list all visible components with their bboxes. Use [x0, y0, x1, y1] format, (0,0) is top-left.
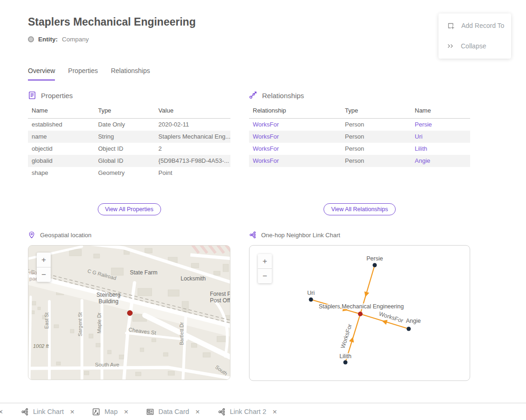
- relationship-link[interactable]: WorksFor: [249, 131, 341, 143]
- prop-name: objectid: [28, 143, 94, 155]
- link-chart-icon: [249, 231, 256, 239]
- rel-type: Person: [341, 131, 411, 143]
- tab-relationships[interactable]: Relationships: [111, 67, 150, 80]
- menu-item-label: Collapse: [461, 42, 486, 50]
- link-chart-view[interactable]: WorksFor WorksFor Persie Uri Staplers Me…: [249, 245, 470, 381]
- prop-value: 2020-02-11: [155, 119, 230, 131]
- link-chart-section: One-hop Neighbor Link Chart WorksFor Wor…: [249, 231, 470, 381]
- bottom-tab-label: Map: [104, 408, 117, 415]
- close-icon[interactable]: ✕: [272, 408, 277, 415]
- rel-name-link[interactable]: Angie: [411, 155, 470, 167]
- context-menu: Add Record To Collapse: [438, 13, 511, 59]
- prop-name: name: [28, 131, 94, 143]
- bottom-tab-link-chart[interactable]: Link Chart ✕: [21, 408, 75, 416]
- menu-item-collapse[interactable]: Collapse: [438, 36, 511, 56]
- bottom-tab-label: Data Card: [158, 408, 189, 415]
- properties-section: Properties Name Type Value established D…: [28, 91, 230, 179]
- node-label-angie: Angie: [406, 318, 421, 324]
- map-zoom-control: + −: [37, 253, 51, 282]
- node-label-center: Staplers Mechanical Engineering: [319, 303, 404, 310]
- map-view[interactable]: rbourpaedics C G Railroad State Farm Loc…: [28, 245, 230, 380]
- map-label-east-st: East St: [44, 313, 50, 329]
- bottom-tab-data-card[interactable]: Data Card ✕: [146, 408, 200, 416]
- table-row: established Date Only 2020-02-11: [28, 119, 230, 131]
- entity-location-marker: [128, 311, 133, 316]
- col-header-type: Type: [94, 106, 155, 119]
- map-pin-icon: [28, 231, 35, 239]
- close-icon[interactable]: ✕: [0, 408, 3, 415]
- map-label-steinberg: Steinberg Building: [92, 292, 125, 305]
- data-card-icon: [146, 408, 154, 416]
- table-row: WorksFor Person Persie: [249, 119, 470, 131]
- tab-overview[interactable]: Overview: [28, 67, 55, 80]
- table-row: WorksFor Person Angie: [249, 155, 470, 167]
- map-scale-label: 1002 ft: [33, 343, 49, 349]
- prop-name: globalid: [28, 155, 94, 167]
- add-record-icon: [447, 22, 455, 30]
- prop-name: shape: [28, 167, 94, 179]
- bottom-tab-bar: ✕ Link Chart ✕ Map ✕ Data Card ✕: [0, 403, 526, 420]
- zoom-out-button[interactable]: −: [258, 269, 272, 283]
- prop-value: 2: [155, 143, 230, 155]
- bottom-tab-link-chart-2[interactable]: Link Chart 2 ✕: [218, 408, 277, 416]
- rel-name-link[interactable]: Uri: [411, 131, 470, 143]
- prop-name: established: [28, 119, 94, 131]
- map-label-maple-dr: Maple Dr: [96, 313, 102, 333]
- menu-item-add-record-to[interactable]: Add Record To: [438, 15, 511, 36]
- map-label-state-farm: State Farm: [130, 270, 157, 276]
- node-label-persie: Persie: [366, 255, 383, 262]
- zoom-in-button[interactable]: +: [258, 254, 272, 268]
- node-label-lilith: Lilith: [339, 353, 351, 360]
- node-angie[interactable]: [407, 327, 411, 331]
- prop-type: Geometry: [94, 167, 155, 179]
- section-title: Relationships: [262, 92, 304, 100]
- col-header-name: Name: [28, 106, 94, 119]
- map-label-sargent-st: Sargent St: [77, 312, 83, 336]
- prop-type: Global ID: [94, 155, 155, 167]
- basemap: [28, 246, 230, 380]
- zoom-out-button[interactable]: −: [37, 267, 51, 282]
- close-icon[interactable]: ✕: [124, 408, 128, 415]
- map-label-south-ave: South Ave: [95, 362, 119, 368]
- bottom-tab-map[interactable]: Map ✕: [92, 408, 128, 416]
- zoom-in-button[interactable]: +: [37, 253, 51, 267]
- geospatial-section: Geospatial location: [28, 231, 230, 380]
- link-chart-zoom-control: + −: [258, 254, 272, 283]
- col-header-type: Type: [341, 106, 411, 119]
- relationships-icon: [249, 91, 257, 100]
- view-all-relationships-button[interactable]: View All Relationships: [324, 203, 395, 215]
- relationship-link[interactable]: WorksFor: [249, 155, 341, 167]
- close-icon[interactable]: ✕: [70, 408, 74, 415]
- prop-type: Date Only: [94, 119, 155, 131]
- link-chart-icon: [21, 408, 29, 416]
- rel-name-link[interactable]: Persie: [411, 119, 470, 131]
- table-row: WorksFor Person Lilith: [249, 143, 470, 155]
- bottom-tab-label: Link Chart: [33, 408, 64, 415]
- rel-type: Person: [341, 155, 411, 167]
- node-uri[interactable]: [309, 298, 313, 302]
- properties-table: Name Type Value established Date Only 20…: [28, 106, 230, 179]
- node-persie[interactable]: [373, 263, 377, 267]
- table-row: WorksFor Person Uri: [249, 131, 470, 143]
- entity-type-value: Company: [62, 36, 89, 43]
- collapse-icon: [447, 42, 454, 50]
- table-row: objectid Object ID 2: [28, 143, 230, 155]
- close-icon[interactable]: ✕: [195, 408, 200, 415]
- node-center-entity[interactable]: [358, 312, 363, 316]
- view-all-properties-button[interactable]: View All Properties: [98, 203, 161, 215]
- edge-label-worksfor: WorksFor: [378, 311, 404, 324]
- rel-type: Person: [341, 119, 411, 131]
- relationships-section: Relationships Relationship Type Name Wor…: [249, 91, 470, 167]
- rel-name-link[interactable]: Lilith: [411, 143, 470, 155]
- prop-type: Object ID: [94, 143, 155, 155]
- relationship-link[interactable]: WorksFor: [249, 143, 341, 155]
- prop-value: {5D9B4713-F98D-4A53-...: [155, 155, 230, 167]
- tab-properties[interactable]: Properties: [68, 67, 98, 80]
- link-chart-icon: [218, 408, 226, 416]
- relationship-link[interactable]: WorksFor: [249, 119, 341, 131]
- col-header-name: Name: [411, 106, 470, 119]
- col-header-relationship: Relationship: [249, 106, 341, 119]
- col-header-value: Value: [155, 106, 230, 119]
- node-lilith[interactable]: [344, 360, 348, 365]
- map-icon: [92, 408, 100, 416]
